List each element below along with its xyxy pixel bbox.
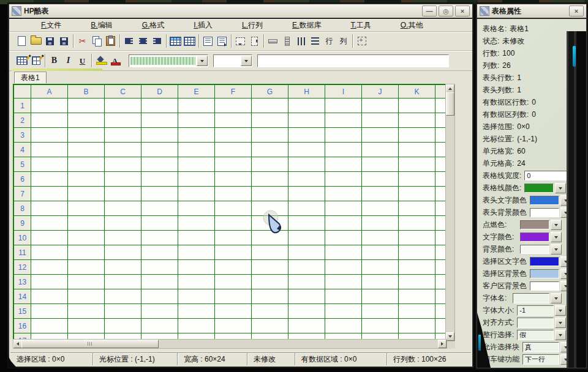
col-label-button[interactable]: 列 <box>336 34 350 48</box>
grid-cell[interactable] <box>435 245 446 260</box>
grid-cell[interactable] <box>141 289 178 304</box>
grid-cell[interactable] <box>141 319 178 333</box>
row-header-16[interactable]: 16 <box>14 319 31 333</box>
row-header-2[interactable]: 2 <box>14 113 31 128</box>
italic-button[interactable]: I <box>61 54 75 67</box>
row-header-15[interactable]: 15 <box>14 304 31 319</box>
grid-cell[interactable] <box>215 245 252 260</box>
grid-cell[interactable] <box>288 201 325 216</box>
prop-select[interactable] <box>517 318 554 328</box>
row-header-4[interactable]: 4 <box>14 143 31 157</box>
align-right-button[interactable] <box>150 34 164 48</box>
grid-cell[interactable] <box>141 143 178 157</box>
grid-cell[interactable] <box>325 245 362 260</box>
grid-cell[interactable] <box>362 99 399 113</box>
grid-cell[interactable] <box>362 319 399 333</box>
row-resize-button[interactable] <box>233 34 247 48</box>
grid-cell[interactable] <box>31 172 68 187</box>
row-header-3[interactable]: 3 <box>14 128 31 143</box>
grid-cell[interactable] <box>141 157 178 172</box>
new-document-button[interactable] <box>15 34 29 48</box>
grid-cell[interactable] <box>105 143 141 157</box>
row-header-10[interactable]: 10 <box>14 231 31 245</box>
grid-cell[interactable] <box>31 275 68 289</box>
color-swatch[interactable] <box>520 245 549 254</box>
grid-cell[interactable] <box>105 128 141 143</box>
column-header-F[interactable]: F <box>215 85 252 99</box>
row-header-11[interactable]: 11 <box>14 245 31 260</box>
grid-cell[interactable] <box>68 99 105 113</box>
grid-cell[interactable] <box>252 289 288 304</box>
column-header-C[interactable]: C <box>105 85 141 99</box>
grid-cell[interactable] <box>105 231 141 245</box>
fill-color-button[interactable] <box>94 54 108 67</box>
row-header-14[interactable]: 14 <box>14 289 31 304</box>
grid-cell[interactable] <box>288 275 325 289</box>
line-style-combobox[interactable] <box>129 54 208 67</box>
menu-item-6[interactable]: E.数据库 <box>277 20 336 31</box>
menu-item-3[interactable]: G.格式 <box>127 20 179 31</box>
grid-cell[interactable] <box>178 187 215 201</box>
grid-cell[interactable] <box>325 260 362 275</box>
grid-cell[interactable] <box>31 245 68 260</box>
grid-cell[interactable] <box>68 245 105 260</box>
grid-cell[interactable] <box>141 201 178 216</box>
grid-cell[interactable] <box>325 113 362 128</box>
grid-cell[interactable] <box>362 172 399 187</box>
grid-cell[interactable] <box>399 157 435 172</box>
grid-cell[interactable] <box>141 216 178 231</box>
grid-cell[interactable] <box>105 245 141 260</box>
merge-vbar-button[interactable] <box>280 34 294 48</box>
grid-cell[interactable] <box>178 231 215 245</box>
grid-cell[interactable] <box>215 201 252 216</box>
grid-cell[interactable] <box>68 304 105 319</box>
save-button[interactable] <box>43 34 57 48</box>
select-dropdown-button[interactable] <box>555 305 566 316</box>
grid-cell[interactable] <box>362 231 399 245</box>
column-header-A[interactable]: A <box>31 85 68 99</box>
select-dropdown-button[interactable] <box>555 330 566 340</box>
grid-cell[interactable] <box>252 304 288 319</box>
grid-cell[interactable] <box>252 319 288 333</box>
grid-cell[interactable] <box>31 289 68 304</box>
paste-button[interactable] <box>104 34 118 48</box>
column-header-H[interactable]: H <box>288 85 325 99</box>
grid-cell[interactable] <box>435 143 446 157</box>
grid-cell[interactable] <box>362 113 399 128</box>
grid-cell[interactable] <box>288 245 325 260</box>
grid-cell[interactable] <box>215 99 252 113</box>
grid-cell[interactable] <box>31 187 68 201</box>
row-header-8[interactable]: 8 <box>14 201 31 216</box>
grid-cell[interactable] <box>252 99 288 113</box>
bold-button[interactable]: B <box>47 54 61 67</box>
grid-cell[interactable] <box>252 245 288 260</box>
grid-cell[interactable] <box>252 275 288 289</box>
grid-cell[interactable] <box>399 245 435 260</box>
grid-cell[interactable] <box>252 201 288 216</box>
grid-cell[interactable] <box>288 319 325 333</box>
grid-cell[interactable] <box>399 289 435 304</box>
menu-item-7[interactable]: T.工具 <box>336 20 385 31</box>
main-titlebar[interactable]: HP酷表 —◎× <box>9 4 472 19</box>
grid-cell[interactable] <box>105 319 141 333</box>
row-header-13[interactable]: 13 <box>14 275 31 289</box>
grid-cell[interactable] <box>399 128 435 143</box>
grid-cell[interactable] <box>68 275 105 289</box>
row-label-button[interactable]: 行 <box>322 34 336 48</box>
grid-cell[interactable] <box>399 260 435 275</box>
grid-cell[interactable] <box>178 304 215 319</box>
color-swatch[interactable] <box>530 269 559 278</box>
grid-cell[interactable] <box>68 157 105 172</box>
grid-cell[interactable] <box>141 245 178 260</box>
grid-cell[interactable] <box>31 231 68 245</box>
copy-button[interactable] <box>89 34 104 48</box>
prop-select[interactable]: 假 <box>517 330 554 340</box>
grid-cell[interactable] <box>215 172 252 187</box>
grid-cell[interactable] <box>399 319 435 333</box>
font-size-dropdown-button[interactable] <box>241 56 252 66</box>
color-swatch[interactable] <box>520 220 549 229</box>
prop-select[interactable] <box>513 293 549 303</box>
grid-cell[interactable] <box>325 99 362 113</box>
select-all-corner[interactable] <box>14 85 31 99</box>
table-colored-button[interactable] <box>168 34 183 48</box>
